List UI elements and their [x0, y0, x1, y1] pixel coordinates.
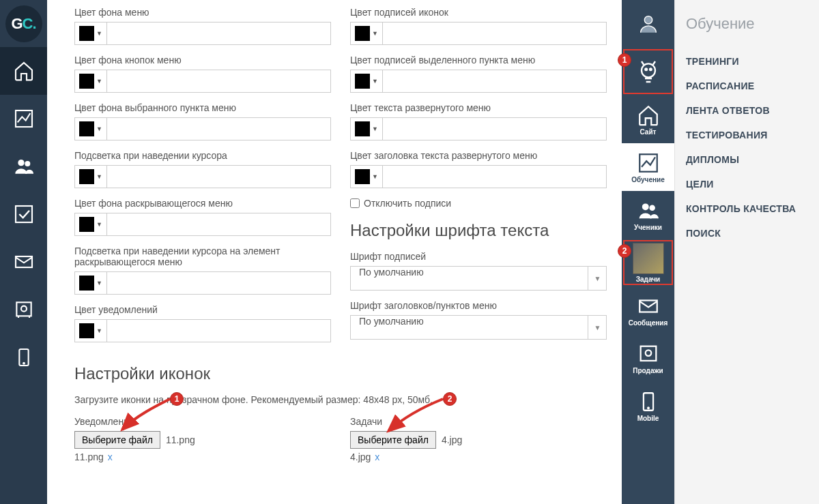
color-input[interactable] — [107, 22, 331, 45]
checkbox[interactable] — [350, 198, 360, 208]
color-swatch[interactable]: ▼ — [74, 117, 107, 140]
field-label: Цвет уведомлений — [74, 304, 331, 315]
color-input[interactable] — [383, 70, 607, 93]
menu-item-goals[interactable]: ЦЕЛИ — [686, 172, 808, 196]
mail-icon — [637, 295, 660, 318]
users-icon — [637, 199, 660, 222]
rail-mobile[interactable] — [0, 333, 47, 381]
upload-label: Задачи — [350, 416, 607, 427]
check-icon — [13, 203, 35, 225]
tasks-custom-icon — [633, 243, 664, 274]
side2-tasks[interactable]: Задачи — [622, 239, 674, 286]
color-input[interactable] — [107, 271, 331, 295]
main: Цвет фона меню ▼ Цвет фона кнопок меню ▼… — [47, 0, 622, 504]
field-label: Цвет фона кнопок меню — [74, 55, 331, 65]
side2-sales[interactable]: Продажи — [622, 334, 674, 382]
uploaded-file-link[interactable]: 4.jpgx — [350, 451, 607, 462]
menu-item-schedule[interactable]: РАСПИСАНИЕ — [686, 74, 808, 98]
menu-item-tests[interactable]: ТЕСТИРОВАНИЯ — [686, 123, 808, 147]
color-input[interactable] — [107, 213, 331, 236]
profile-icon — [637, 12, 660, 35]
lightbulb-cat-icon — [635, 58, 662, 85]
remove-file-icon[interactable]: x — [375, 451, 379, 462]
choose-file-button[interactable]: Выберите файл — [350, 431, 436, 449]
color-input[interactable] — [383, 117, 607, 140]
menu-item-quality[interactable]: КОНТРОЛЬ КАЧЕСТВА — [686, 196, 808, 221]
upload-notifications: Уведомления Выберите файл 11.png 11.pngx — [74, 416, 331, 462]
color-swatch[interactable]: ▼ — [350, 117, 383, 140]
menu-item-trainings[interactable]: ТРЕНИНГИ — [686, 49, 808, 74]
rail-analytics[interactable] — [0, 95, 47, 143]
side2-idea[interactable] — [622, 48, 674, 95]
color-swatch[interactable]: ▼ — [350, 165, 383, 188]
color-input[interactable] — [107, 165, 331, 188]
rail-sales[interactable] — [0, 286, 47, 333]
caret-down-icon: ▼ — [96, 30, 102, 37]
menu-item-answers[interactable]: ЛЕНТА ОТВЕТОВ — [686, 98, 808, 123]
color-input[interactable] — [107, 319, 331, 342]
field-label: Цвет фона раскрывающегося меню — [74, 198, 331, 209]
color-input[interactable] — [107, 117, 331, 140]
color-swatch[interactable]: ▼ — [74, 319, 107, 342]
fonts-section-title: Настройки шрифта текста — [350, 221, 607, 240]
chosen-file: 4.jpg — [442, 434, 462, 445]
left-rail: GC. — [0, 0, 47, 504]
side2-label: Сообщения — [629, 319, 668, 327]
svg-point-17 — [650, 205, 655, 210]
logo[interactable]: GC. — [0, 0, 47, 47]
svg-point-16 — [642, 204, 648, 210]
font-headers-select[interactable]: По умолчанию — [350, 315, 607, 340]
remove-file-icon[interactable]: x — [108, 451, 113, 462]
rail-messages[interactable] — [0, 238, 47, 286]
col-left: Цвет фона меню ▼ Цвет фона кнопок меню ▼… — [74, 7, 331, 352]
menu-item-search[interactable]: ПОИСК — [686, 221, 808, 246]
side2: 1 Сайт Обучение Ученики Задачи 2 Сообщен… — [622, 0, 674, 504]
svg-rect-5 — [16, 302, 31, 316]
field-label: Цвет фона выбранного пункта меню — [74, 102, 331, 113]
color-swatch[interactable]: ▼ — [350, 70, 383, 93]
upload-label: Уведомления — [74, 416, 331, 427]
side2-messages[interactable]: Сообщения — [622, 286, 674, 334]
safe-icon — [13, 299, 35, 321]
field-label: Цвет подписей выделенного пункта меню — [350, 55, 607, 65]
color-swatch[interactable]: ▼ — [74, 70, 107, 93]
field-label: Цвет заголовка текста развернутого меню — [350, 150, 607, 161]
color-swatch[interactable]: ▼ — [74, 165, 107, 188]
color-swatch[interactable]: ▼ — [74, 22, 107, 45]
field-label: Подсветка при наведении курсора на элеме… — [74, 246, 331, 267]
choose-file-button[interactable]: Выберите файл — [74, 431, 160, 449]
rail-tasks[interactable] — [0, 190, 47, 238]
chosen-file: 11.png — [166, 434, 195, 445]
color-swatch[interactable]: ▼ — [74, 213, 107, 236]
color-swatch[interactable]: ▼ — [350, 22, 383, 45]
field-label: Шрифт подписей — [350, 251, 607, 262]
side2-students[interactable]: Ученики — [622, 191, 674, 239]
side2-label: Продажи — [633, 367, 663, 374]
menu-title: Обучение — [686, 15, 808, 33]
home-icon — [637, 104, 660, 127]
uploaded-file-link[interactable]: 11.pngx — [74, 451, 331, 462]
rail-users[interactable] — [0, 143, 47, 190]
side2-mobile[interactable]: Mobile — [622, 382, 674, 430]
side2-site[interactable]: Сайт — [622, 95, 674, 143]
font-labels-select[interactable]: По умолчанию — [350, 266, 607, 291]
mobile-icon — [637, 390, 660, 413]
color-input[interactable] — [107, 70, 331, 93]
side2-label: Сайт — [640, 128, 657, 136]
upload-tasks: Задачи Выберите файл 4.jpg 4.jpgx — [350, 416, 607, 462]
color-swatch[interactable]: ▼ — [74, 271, 107, 295]
side2-learning[interactable]: Обучение — [622, 143, 674, 191]
menu-item-diplomas[interactable]: ДИПЛОМЫ — [686, 147, 808, 172]
color-input[interactable] — [383, 165, 607, 188]
disable-captions-checkbox[interactable]: Отключить подписи — [350, 198, 607, 209]
svg-point-10 — [23, 362, 24, 364]
side2-label: Ученики — [634, 224, 662, 231]
color-input[interactable] — [383, 22, 607, 45]
svg-point-22 — [647, 406, 649, 409]
rail-home[interactable] — [0, 47, 47, 95]
chart-icon — [13, 108, 35, 130]
field-label: Цвет подписей иконок — [350, 7, 607, 18]
field-label: Подсветка при наведении курсора — [74, 150, 331, 161]
svg-point-6 — [21, 306, 27, 312]
side2-profile[interactable] — [622, 0, 674, 48]
